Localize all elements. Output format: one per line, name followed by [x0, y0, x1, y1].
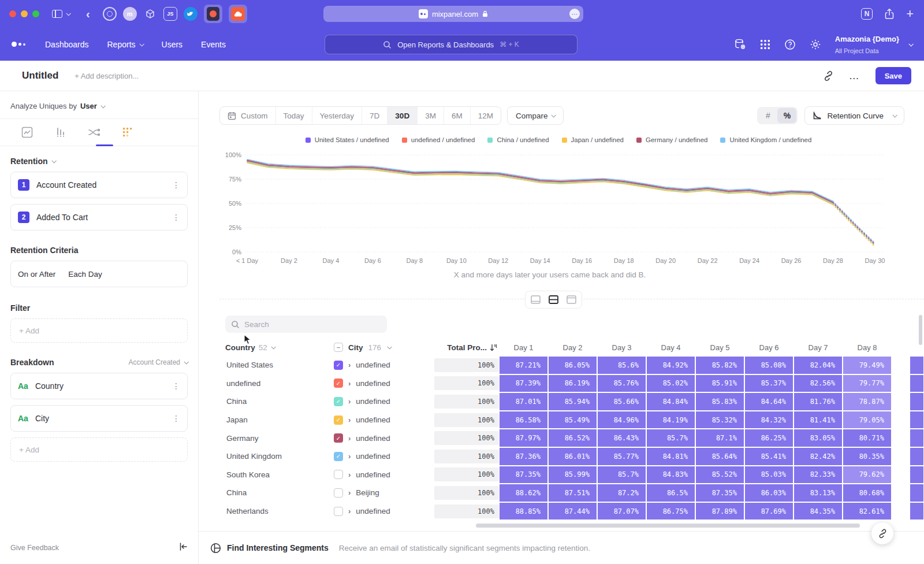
- expand-row-icon[interactable]: ›: [348, 470, 351, 479]
- range-button-30d[interactable]: 30D: [387, 107, 417, 124]
- retention-value-cell[interactable]: 82.04%: [793, 356, 843, 374]
- address-bar[interactable]: mixpanel.com ⋯: [323, 6, 583, 22]
- retention-value-cell[interactable]: 80.68%: [843, 484, 892, 502]
- retention-value-cell[interactable]: 87.35%: [499, 466, 548, 484]
- page-actions-icon[interactable]: ⋯: [569, 9, 580, 19]
- day-column-header[interactable]: Day 7: [793, 343, 843, 352]
- retention-value-cell[interactable]: 86.01%: [548, 447, 597, 466]
- retention-value-cell[interactable]: 87.39%: [499, 374, 548, 393]
- step-card-1[interactable]: 1 Account Created ⋮: [10, 172, 188, 198]
- legend-item[interactable]: China / undefined: [487, 136, 549, 143]
- notion-app-icon[interactable]: N: [861, 8, 873, 20]
- retention-value-cell[interactable]: 87.51%: [548, 484, 597, 502]
- nav-users[interactable]: Users: [162, 40, 183, 49]
- kebab-menu-icon[interactable]: ⋮: [172, 414, 180, 423]
- share-icon[interactable]: [884, 8, 895, 20]
- kebab-menu-icon[interactable]: ⋮: [172, 213, 180, 222]
- series-checkbox[interactable]: ✓: [334, 379, 343, 388]
- tab-flows[interactable]: [84, 127, 104, 138]
- retention-value-cell[interactable]: 85.49%: [548, 411, 597, 429]
- day-column-header[interactable]: Day 5: [695, 343, 744, 352]
- help-icon[interactable]: [784, 39, 796, 50]
- retention-value-cell[interactable]: 84.84%: [646, 392, 695, 411]
- extension-js-icon[interactable]: JS: [163, 7, 177, 21]
- segments-title[interactable]: Find Interesting Segments: [227, 543, 329, 552]
- retention-value-cell[interactable]: 86.43%: [597, 429, 646, 447]
- retention-value-cell[interactable]: 85.91%: [695, 374, 744, 393]
- retention-value-cell[interactable]: 84.35%: [793, 502, 843, 521]
- save-button[interactable]: Save: [875, 67, 911, 84]
- series-checkbox[interactable]: ✓: [334, 433, 343, 443]
- retention-value-cell[interactable]: 79.05%: [843, 411, 892, 429]
- new-tab-button[interactable]: +: [906, 8, 914, 20]
- retention-value-cell[interactable]: 85.08%: [744, 356, 793, 374]
- retention-value-cell[interactable]: 83.05%: [793, 429, 843, 447]
- extension-cloud-icon[interactable]: [229, 5, 247, 23]
- retention-value-cell[interactable]: 87.21%: [499, 356, 548, 374]
- country-cell[interactable]: Netherlands: [225, 507, 334, 515]
- retention-value-cell[interactable]: 86.03%: [744, 484, 793, 502]
- range-button-7d[interactable]: 7D: [362, 107, 387, 124]
- expand-row-icon[interactable]: ›: [348, 361, 351, 369]
- retention-criteria-card[interactable]: On or After Each Day: [10, 261, 188, 287]
- retention-value-cell[interactable]: 81.41%: [793, 411, 843, 429]
- retention-value-cell[interactable]: 82.42%: [793, 447, 843, 466]
- analyze-value-dropdown[interactable]: User: [80, 102, 97, 110]
- chart-type-dropdown[interactable]: Retention Curve: [804, 106, 904, 125]
- expand-row-icon[interactable]: ›: [348, 434, 351, 443]
- legend-item[interactable]: undefined / undefined: [402, 136, 475, 143]
- kebab-menu-icon[interactable]: ⋮: [172, 180, 180, 190]
- nav-reports[interactable]: Reports: [107, 40, 143, 49]
- table-search-input[interactable]: Search: [225, 316, 387, 333]
- retention-value-cell[interactable]: 84.19%: [646, 411, 695, 429]
- retention-value-cell[interactable]: 87.07%: [597, 502, 646, 521]
- retention-value-cell[interactable]: 87.69%: [744, 502, 793, 521]
- retention-value-cell[interactable]: 85.7%: [597, 466, 646, 484]
- retention-value-cell[interactable]: 85.6%: [597, 356, 646, 374]
- extension-record-icon[interactable]: [204, 5, 222, 23]
- retention-value-cell[interactable]: 85.83%: [695, 392, 744, 411]
- legend-item[interactable]: Germany / undefined: [636, 136, 707, 143]
- retention-value-cell[interactable]: 87.89%: [695, 502, 744, 521]
- country-cell[interactable]: China: [225, 488, 334, 497]
- retention-value-cell[interactable]: 87.97%: [499, 429, 548, 447]
- retention-value-cell[interactable]: 85.32%: [695, 411, 744, 429]
- retention-section-title[interactable]: Retention: [10, 157, 48, 166]
- retention-value-cell[interactable]: 78.87%: [843, 392, 892, 411]
- country-column-header[interactable]: Country 52: [225, 343, 334, 352]
- expand-row-icon[interactable]: ›: [348, 452, 351, 461]
- retention-value-cell[interactable]: 79.49%: [843, 356, 892, 374]
- collapse-sidebar-icon[interactable]: [179, 543, 188, 553]
- total-column-header[interactable]: Total Pro...: [434, 343, 499, 352]
- retention-value-cell[interactable]: 85.76%: [597, 374, 646, 393]
- range-button-3m[interactable]: 3M: [417, 107, 444, 124]
- minimize-window-button[interactable]: [21, 10, 28, 17]
- compare-button[interactable]: Compare: [507, 106, 564, 125]
- browser-sidebar-toggle[interactable]: [52, 10, 70, 18]
- legend-item[interactable]: Japan / undefined: [562, 136, 624, 143]
- expand-row-icon[interactable]: ›: [348, 507, 351, 515]
- legend-item[interactable]: United Kingdom / undefined: [720, 136, 811, 143]
- split-view-icon[interactable]: [545, 292, 562, 307]
- nav-dashboards[interactable]: Dashboards: [45, 40, 89, 49]
- country-cell[interactable]: undefined: [225, 379, 334, 388]
- country-cell[interactable]: United Kingdom: [225, 452, 334, 461]
- add-filter-button[interactable]: + Add: [10, 318, 188, 343]
- select-all-checkbox[interactable]: –: [334, 343, 343, 352]
- expand-row-icon[interactable]: ›: [348, 379, 351, 388]
- tab-insights[interactable]: [17, 127, 37, 138]
- retention-value-cell[interactable]: 85.82%: [695, 356, 744, 374]
- data-management-icon[interactable]: [734, 38, 746, 50]
- retention-value-cell[interactable]: 84.81%: [646, 447, 695, 466]
- retention-value-cell[interactable]: 82.61%: [843, 502, 892, 521]
- retention-value-cell[interactable]: 86.52%: [548, 429, 597, 447]
- city-column-header[interactable]: – City 176: [334, 343, 434, 352]
- kebab-menu-icon[interactable]: ⋮: [172, 381, 180, 391]
- criteria-each-day[interactable]: Each Day: [68, 270, 102, 279]
- retention-value-cell[interactable]: 87.44%: [548, 502, 597, 521]
- retention-value-cell[interactable]: 82.56%: [793, 374, 843, 393]
- global-search[interactable]: Open Reports & Dashboards ⌘ + K: [325, 35, 578, 54]
- breakdown-scope-dropdown[interactable]: Account Created: [129, 358, 188, 366]
- extension-cube-icon[interactable]: [143, 7, 157, 21]
- series-checkbox[interactable]: ✓: [334, 397, 343, 406]
